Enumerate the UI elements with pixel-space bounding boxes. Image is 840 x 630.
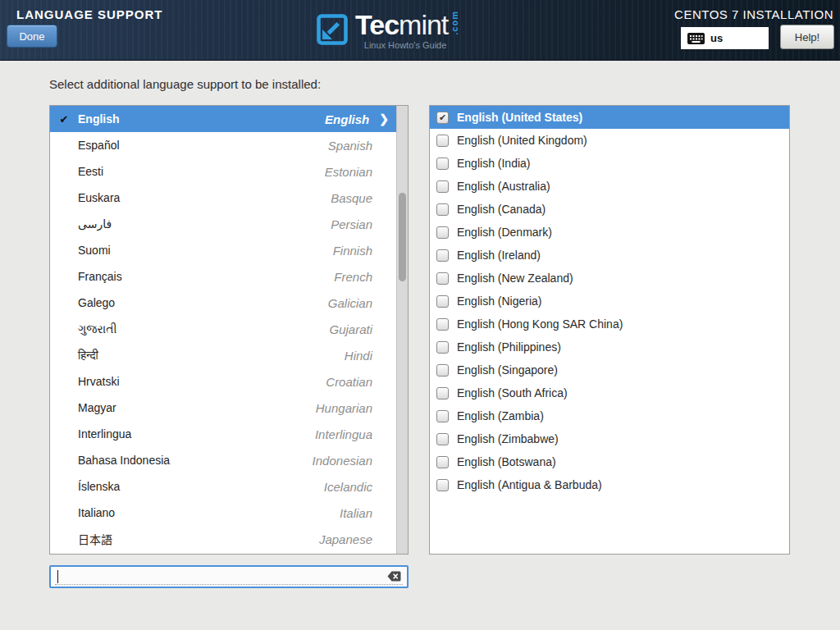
language-row[interactable]: हिन्दीHindi	[50, 342, 396, 368]
checkbox-unchecked[interactable]	[436, 158, 449, 170]
language-english-name: Galician	[328, 296, 372, 310]
language-english-name: Hindi	[345, 349, 372, 363]
language-row[interactable]: InterlinguaInterlingua	[50, 421, 396, 447]
locale-label: English (Antigua & Barbuda)	[457, 478, 602, 491]
checkbox-unchecked[interactable]	[436, 203, 449, 216]
language-row[interactable]: EuskaraBasque	[50, 185, 396, 211]
language-row[interactable]: Bahasa IndonesiaIndonesian	[50, 447, 396, 473]
language-english-name: Persian	[331, 217, 372, 231]
locale-row[interactable]: English (Zimbabwe)	[430, 427, 789, 450]
language-english-name: Indonesian	[313, 454, 372, 468]
checkbox-unchecked[interactable]	[436, 135, 449, 147]
locale-row[interactable]: English (Nigeria)	[430, 290, 789, 313]
checkbox-unchecked[interactable]	[436, 180, 449, 193]
language-native-name: Español	[78, 139, 120, 152]
locale-label: English (South Africa)	[457, 386, 568, 399]
locale-row[interactable]: English (Denmark)	[430, 221, 789, 244]
logo-domain: .com	[450, 11, 459, 35]
top-bar: LANGUAGE SUPPORT Done Tecmint .com Linux…	[0, 0, 840, 61]
locale-label: English (Australia)	[457, 180, 550, 193]
language-row[interactable]: EestiEstonian	[50, 158, 396, 185]
locale-row[interactable]: English (Ireland)	[430, 244, 789, 267]
keyboard-layout-indicator[interactable]: us	[681, 27, 769, 49]
done-button[interactable]: Done	[7, 25, 57, 48]
help-button[interactable]: Help!	[780, 25, 834, 49]
language-row[interactable]: FrançaisFrench	[50, 263, 396, 290]
language-native-name: Italiano	[78, 506, 115, 519]
language-english-name: Italian	[340, 506, 372, 520]
checkbox-unchecked[interactable]	[436, 341, 449, 354]
locale-row[interactable]: English (Singapore)	[430, 358, 789, 381]
keyboard-layout-label: us	[710, 32, 723, 44]
language-native-name: Íslenska	[78, 480, 120, 493]
language-english-name: English	[325, 112, 369, 126]
language-english-name: Interlingua	[315, 427, 372, 441]
checkbox-unchecked[interactable]	[436, 272, 449, 285]
language-english-name: Gujarati	[329, 322, 372, 336]
tecmint-logo-icon	[314, 11, 350, 48]
language-row[interactable]: ગુજરાતીGujarati	[50, 316, 396, 342]
locale-row[interactable]: ✔English (United States)	[430, 106, 789, 129]
scrollbar-thumb[interactable]	[399, 193, 406, 281]
locale-label: English (New Zealand)	[457, 272, 573, 285]
language-row[interactable]: 日本語Japanese	[50, 526, 396, 552]
checkbox-unchecked[interactable]	[436, 387, 449, 399]
locale-list: ✔English (United States)English (United …	[429, 105, 790, 555]
clear-input-icon[interactable]	[387, 571, 401, 582]
language-native-name: Hrvatski	[78, 375, 120, 388]
tecmint-logo: Tecmint .com Linux Howto's Guide	[314, 10, 448, 50]
logo-wordmark: Tecmint	[355, 10, 448, 39]
checkbox-unchecked[interactable]	[436, 295, 449, 308]
language-native-name: Euskara	[78, 191, 120, 204]
checkbox-unchecked[interactable]	[436, 456, 449, 468]
language-row[interactable]: GalegoGalician	[50, 290, 396, 316]
locale-label: English (Singapore)	[457, 363, 558, 377]
language-row[interactable]: HrvatskiCroatian	[50, 368, 396, 395]
language-english-name: Croatian	[326, 375, 372, 389]
language-row[interactable]: ItalianoItalian	[50, 500, 396, 526]
language-row[interactable]: SuomiFinnish	[50, 237, 396, 263]
locale-row[interactable]: English (Australia)	[430, 175, 789, 198]
language-english-name: Spanish	[328, 139, 372, 153]
locale-row[interactable]: English (Canada)	[430, 198, 789, 221]
checkbox-unchecked[interactable]	[436, 433, 449, 445]
locale-label: English (United States)	[457, 111, 582, 124]
language-english-name: Basque	[331, 191, 372, 205]
language-row[interactable]: فارسیPersian	[50, 211, 396, 237]
locale-row[interactable]: English (South Africa)	[430, 381, 789, 404]
keyboard-icon	[687, 33, 705, 44]
locale-label: English (Zimbabwe)	[457, 432, 559, 445]
locale-row[interactable]: English (Botswana)	[430, 450, 789, 473]
language-native-name: Interlingua	[78, 427, 131, 441]
locale-row[interactable]: English (Zambia)	[430, 404, 789, 427]
locale-row[interactable]: English (Antigua & Barbuda)	[430, 473, 789, 496]
checkbox-unchecked[interactable]	[436, 318, 449, 331]
checkbox-unchecked[interactable]	[436, 226, 449, 239]
locale-label: English (Nigeria)	[457, 294, 541, 308]
language-native-name: Galego	[78, 296, 115, 309]
language-row[interactable]: EspañolSpanish	[50, 132, 396, 158]
language-english-name: Japanese	[319, 532, 372, 546]
locale-row[interactable]: English (New Zealand)	[430, 267, 789, 290]
checkbox-unchecked[interactable]	[436, 410, 449, 422]
language-search-input[interactable]	[49, 565, 409, 588]
locale-row[interactable]: English (Hong Kong SAR China)	[430, 313, 789, 336]
checkbox-unchecked[interactable]	[436, 249, 449, 262]
checkbox-unchecked[interactable]	[436, 479, 449, 491]
locale-label: English (Philippines)	[457, 340, 561, 354]
locale-row[interactable]: English (United Kingdom)	[430, 129, 789, 152]
language-row[interactable]: MagyarHungarian	[50, 395, 396, 421]
locale-row[interactable]: English (India)	[430, 152, 789, 175]
product-title: CENTOS 7 INSTALLATION	[674, 7, 833, 21]
locale-label: English (Botswana)	[457, 455, 556, 468]
language-row[interactable]: ✔EnglishEnglish❯	[50, 106, 396, 132]
locale-row[interactable]: English (Philippines)	[430, 336, 789, 358]
checkbox-unchecked[interactable]	[436, 364, 449, 377]
language-row[interactable]: ÍslenskaIcelandic	[50, 473, 396, 500]
locale-label: English (Denmark)	[457, 226, 552, 239]
checkbox-checked[interactable]: ✔	[436, 112, 449, 124]
language-list-scrollbar[interactable]	[396, 106, 408, 554]
instruction-text: Select additional language support to be…	[49, 77, 321, 91]
locale-label: English (United Kingdom)	[457, 134, 587, 147]
language-native-name: Bahasa Indonesia	[78, 454, 170, 467]
